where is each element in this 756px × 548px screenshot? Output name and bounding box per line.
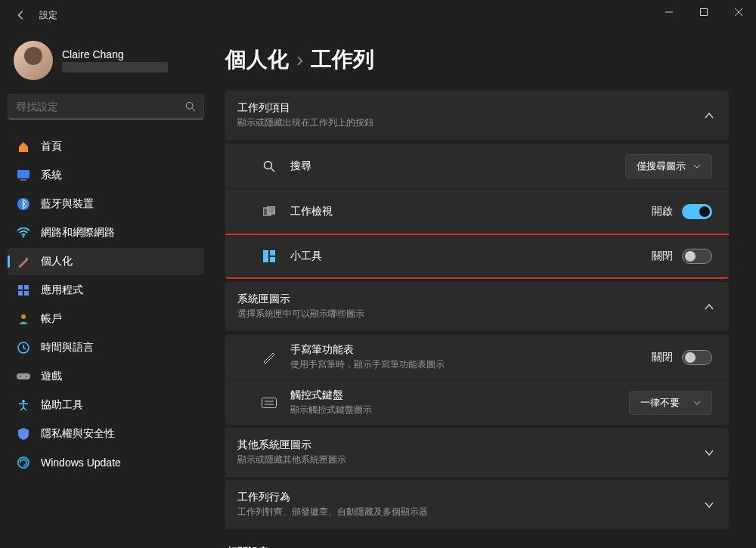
apps-icon bbox=[17, 283, 30, 297]
accounts-icon bbox=[17, 312, 30, 326]
gaming-icon bbox=[17, 370, 30, 383]
accessibility-icon bbox=[17, 398, 30, 412]
nav-list: 首頁 系統 藍牙與裝置 網路和網際網路 個人化 應用程式 帳戶 時間與語言 遊戲… bbox=[8, 133, 204, 476]
sidebar-item-home[interactable]: 首頁 bbox=[8, 133, 204, 160]
update-icon bbox=[17, 456, 30, 469]
sidebar-item-accessibility[interactable]: 協助工具 bbox=[8, 392, 204, 419]
search-box[interactable] bbox=[8, 94, 204, 119]
row-widgets: 小工具 關閉 bbox=[225, 234, 729, 279]
sidebar-item-gaming[interactable]: 遊戲 bbox=[8, 363, 204, 390]
search-input[interactable] bbox=[16, 101, 185, 113]
svg-point-18 bbox=[20, 376, 21, 377]
avatar bbox=[14, 41, 53, 80]
svg-rect-1 bbox=[701, 9, 708, 16]
touch-keyboard-dropdown[interactable]: 一律不要 bbox=[629, 391, 712, 415]
svg-rect-25 bbox=[268, 206, 275, 214]
sidebar-item-personalization[interactable]: 個人化 bbox=[8, 248, 204, 275]
breadcrumb-parent[interactable]: 個人化 bbox=[225, 45, 289, 74]
sidebar-item-time-language[interactable]: 時間與語言 bbox=[8, 334, 204, 361]
svg-point-22 bbox=[265, 161, 272, 169]
sidebar-item-privacy[interactable]: 隱私權與安全性 bbox=[8, 420, 204, 447]
chevron-up-icon bbox=[705, 113, 715, 119]
section-header-other-tray[interactable]: 其他系統匣圖示 顯示或隱藏其他系統匣圖示 bbox=[225, 428, 729, 477]
chevron-down-icon bbox=[693, 164, 701, 169]
svg-point-19 bbox=[26, 376, 27, 377]
chevron-down-icon bbox=[705, 502, 715, 508]
close-button[interactable] bbox=[721, 0, 756, 24]
section-header-taskbar-items[interactable]: 工作列項目 顯示或隱藏出現在工作列上的按鈕 bbox=[225, 91, 729, 140]
svg-rect-27 bbox=[270, 250, 275, 255]
svg-rect-7 bbox=[20, 179, 26, 181]
svg-rect-17 bbox=[17, 373, 30, 379]
user-email-masked bbox=[62, 62, 168, 73]
wifi-icon bbox=[17, 226, 30, 240]
svg-line-23 bbox=[271, 168, 275, 172]
svg-point-20 bbox=[22, 400, 25, 403]
svg-line-5 bbox=[192, 108, 195, 111]
svg-rect-26 bbox=[263, 250, 268, 262]
widgets-icon bbox=[262, 249, 277, 264]
svg-rect-14 bbox=[24, 291, 29, 296]
window-title: 設定 bbox=[39, 9, 57, 22]
svg-rect-6 bbox=[17, 170, 29, 178]
svg-rect-13 bbox=[18, 291, 23, 296]
task-view-icon bbox=[262, 204, 277, 219]
search-icon bbox=[185, 101, 196, 112]
chevron-up-icon bbox=[705, 304, 715, 310]
sidebar-item-network[interactable]: 網路和網際網路 bbox=[8, 219, 204, 246]
section-taskbar-behavior: 工作列行為 工作列對齊、頒發徽章、自動隱藏及多個顯示器 bbox=[225, 480, 729, 529]
breadcrumb-current: 工作列 bbox=[311, 45, 374, 74]
section-tray-icons: 系統匣圖示 選擇系統匣中可以顯示哪些圖示 手寫筆功能表 使用手寫筆時，顯示手寫筆… bbox=[225, 282, 729, 425]
svg-point-4 bbox=[186, 102, 193, 109]
section-header-behavior[interactable]: 工作列行為 工作列對齊、頒發徽章、自動隱藏及多個顯示器 bbox=[225, 480, 729, 529]
shield-icon bbox=[17, 427, 30, 441]
sidebar: Claire Chang 首頁 系統 藍牙與裝置 網路和網際網路 個人化 應用程… bbox=[0, 30, 212, 548]
svg-point-9 bbox=[23, 236, 25, 238]
minimize-button[interactable] bbox=[652, 0, 686, 24]
section-taskbar-items: 工作列項目 顯示或隱藏出現在工作列上的按鈕 搜尋 僅搜尋圖示 工作檢視 開啟 bbox=[225, 91, 729, 279]
row-task-view: 工作檢視 開啟 bbox=[225, 188, 729, 234]
svg-rect-11 bbox=[18, 285, 23, 289]
chevron-down-icon bbox=[693, 401, 701, 405]
back-button[interactable] bbox=[12, 6, 30, 24]
keyboard-icon bbox=[262, 395, 277, 410]
svg-point-15 bbox=[21, 314, 26, 319]
home-icon bbox=[17, 140, 30, 153]
bluetooth-icon bbox=[17, 197, 30, 211]
toggle-widgets[interactable] bbox=[682, 249, 712, 264]
maximize-button[interactable] bbox=[686, 0, 721, 24]
sidebar-item-bluetooth[interactable]: 藍牙與裝置 bbox=[8, 190, 204, 218]
sidebar-item-system[interactable]: 系統 bbox=[8, 162, 204, 189]
sidebar-item-accounts[interactable]: 帳戶 bbox=[8, 305, 204, 333]
svg-rect-28 bbox=[270, 257, 275, 262]
chevron-right-icon: › bbox=[296, 48, 303, 72]
breadcrumb: 個人化 › 工作列 bbox=[225, 45, 729, 74]
system-icon bbox=[17, 169, 30, 182]
window-controls bbox=[652, 0, 756, 24]
row-pen-menu: 手寫筆功能表 使用手寫筆時，顯示手寫筆功能表圖示 關閉 bbox=[225, 334, 729, 379]
svg-rect-12 bbox=[24, 285, 29, 289]
chevron-down-icon bbox=[705, 450, 715, 456]
section-header-tray-icons[interactable]: 系統匣圖示 選擇系統匣中可以顯示哪些圖示 bbox=[225, 282, 729, 331]
search-icon bbox=[262, 159, 277, 174]
pen-icon bbox=[262, 350, 277, 365]
toggle-task-view[interactable] bbox=[682, 204, 712, 219]
personalization-icon bbox=[17, 255, 30, 268]
svg-rect-29 bbox=[262, 398, 277, 407]
sidebar-item-windows-update[interactable]: Windows Update bbox=[8, 449, 204, 476]
user-name: Claire Chang bbox=[62, 48, 168, 60]
main-content: 個人化 › 工作列 工作列項目 顯示或隱藏出現在工作列上的按鈕 搜尋 僅搜尋圖示 bbox=[212, 30, 756, 548]
user-block[interactable]: Claire Chang bbox=[8, 30, 204, 94]
row-touch-keyboard: 觸控式鍵盤 顯示觸控式鍵盤圖示 一律不要 bbox=[225, 379, 729, 425]
toggle-pen-menu[interactable] bbox=[682, 350, 712, 365]
sidebar-item-apps[interactable]: 應用程式 bbox=[8, 277, 204, 304]
row-search: 搜尋 僅搜尋圖示 bbox=[225, 143, 729, 188]
titlebar: 設定 bbox=[0, 0, 756, 30]
search-mode-dropdown[interactable]: 僅搜尋圖示 bbox=[625, 154, 712, 178]
clock-icon bbox=[17, 341, 30, 354]
section-other-tray-icons: 其他系統匣圖示 顯示或隱藏其他系統匣圖示 bbox=[225, 428, 729, 477]
